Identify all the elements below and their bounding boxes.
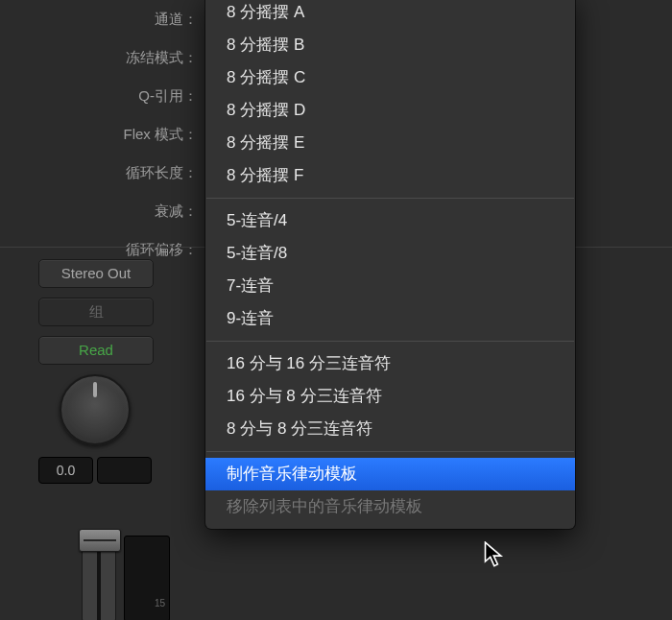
menu-item[interactable]: 5-连音/4 (205, 204, 575, 237)
output-button[interactable]: Stereo Out (38, 259, 154, 288)
level-meter: 15 (124, 536, 170, 620)
meter-tick: 15 (155, 598, 165, 608)
menu-separator (206, 198, 574, 199)
menu-item[interactable]: 8 分与 8 分三连音符 (205, 413, 575, 445)
menu-item[interactable]: 8 分摇摆 A (205, 0, 575, 29)
volume-fader[interactable] (82, 536, 116, 620)
automation-read-button[interactable]: Read (38, 336, 154, 365)
fader-and-meter: 15 (82, 536, 187, 620)
row-loop-length: 循环长度： (0, 154, 207, 192)
quantize-popup-menu[interactable]: 8 分摇摆 A 8 分摇摆 B 8 分摇摆 C 8 分摇摆 D 8 分摇摆 E … (205, 0, 575, 529)
menu-item[interactable]: 8 分摇摆 E (205, 127, 575, 159)
menu-item[interactable]: 8 分摇摆 C (205, 61, 575, 94)
menu-item-make-groove-template[interactable]: 制作音乐律动模板 (205, 458, 575, 490)
menu-separator (206, 341, 574, 342)
menu-item[interactable]: 8 分摇摆 D (205, 94, 575, 127)
menu-separator (206, 451, 574, 452)
group-button[interactable]: 组 (38, 298, 154, 326)
menu-item[interactable]: 16 分与 8 分三连音符 (205, 380, 575, 413)
menu-item[interactable]: 8 分摇摆 F (205, 159, 575, 192)
menu-item-remove-groove-template: 移除列表中的音乐律动模板 (205, 490, 575, 523)
pan-value-secondary[interactable] (97, 457, 152, 484)
menu-item[interactable]: 16 分与 16 分三连音符 (205, 347, 575, 380)
inspector-rows: 通道： 冻结模式： Q-引用： Flex 模式： 循环长度： 衰减： 循环偏移： (0, 0, 207, 269)
row-channel: 通道： (0, 0, 207, 38)
channel-strip: Stereo Out 组 Read 0.0 (38, 259, 173, 484)
menu-item[interactable]: 8 分摇摆 B (205, 29, 575, 61)
pan-knob[interactable] (60, 374, 131, 445)
menu-item[interactable]: 7-连音 (205, 270, 575, 302)
pan-value[interactable]: 0.0 (38, 457, 93, 484)
row-freeze-mode: 冻结模式： (0, 38, 207, 77)
row-flex-mode: Flex 模式： (0, 115, 207, 154)
row-q-reference: Q-引用： (0, 77, 207, 115)
menu-item[interactable]: 9-连音 (205, 302, 575, 335)
menu-item[interactable]: 5-连音/8 (205, 237, 575, 270)
row-decay: 衰减： (0, 192, 207, 230)
